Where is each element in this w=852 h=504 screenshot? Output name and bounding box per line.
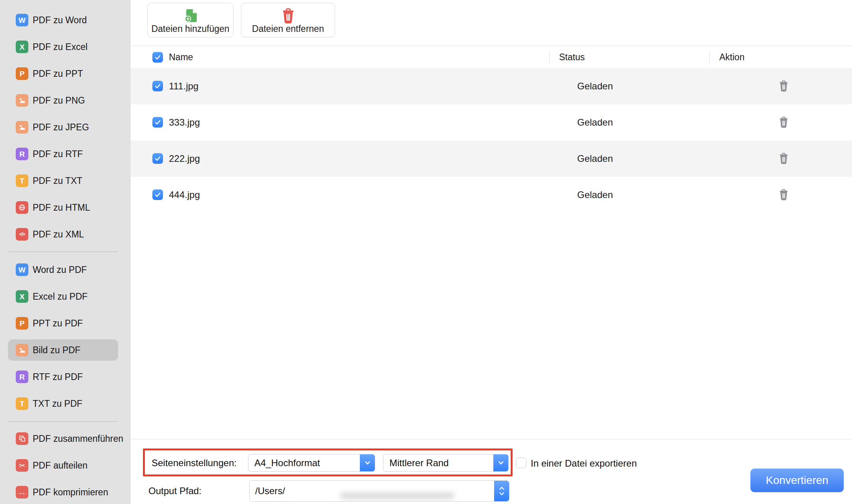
row-checkbox[interactable]: [152, 117, 163, 128]
sidebar-item-label: TXT zu PDF: [33, 398, 82, 409]
trash-icon: [778, 80, 789, 93]
export-single-file-checkbox[interactable]: [516, 458, 526, 468]
rtf-icon: R: [16, 148, 28, 160]
xml-code-icon: </>: [16, 228, 28, 241]
ppt-icon: P: [16, 67, 28, 80]
delete-row-button[interactable]: [776, 151, 791, 167]
bottom-separator: [131, 439, 852, 439]
row-checkbox[interactable]: [152, 153, 163, 164]
sidebar-item-pdf-zu-rtf[interactable]: RPDF zu RTF: [8, 143, 118, 165]
sidebar-item-excel-zu-pdf[interactable]: XExcel zu PDF: [8, 286, 118, 307]
table-row: 444.jpgGeladen: [131, 177, 852, 213]
txt-icon: T: [16, 174, 28, 187]
row-checkbox[interactable]: [152, 189, 163, 200]
column-header-name[interactable]: Name: [169, 46, 193, 69]
sidebar-item-pdf-zu-word[interactable]: WPDF zu Word: [8, 9, 118, 31]
delete-row-button[interactable]: [776, 187, 791, 203]
delete-row-button[interactable]: [776, 115, 791, 130]
ppt-icon: P: [16, 317, 28, 330]
column-header-status[interactable]: Status: [559, 46, 585, 69]
page-settings-label: Seiteneinstellungen:: [152, 458, 237, 469]
file-status: Geladen: [577, 104, 613, 141]
file-status: Geladen: [577, 177, 613, 213]
scissors-icon: ✂: [16, 459, 28, 472]
sidebar-item-label: Word zu PDF: [33, 265, 87, 275]
sidebar-item-pdf-zu-ppt[interactable]: PPDF zu PPT: [8, 63, 118, 84]
add-files-button[interactable]: Dateien hinzufügen: [147, 3, 233, 37]
sidebar-item-label: PDF zu RTF: [33, 149, 83, 159]
trash-icon: [778, 152, 789, 165]
sidebar-item-pdf-zu-html[interactable]: PDF zu HTML: [8, 197, 118, 218]
row-checkbox[interactable]: [152, 81, 163, 91]
merge-icon: [16, 432, 28, 445]
output-path-value: /Users/: [255, 485, 285, 497]
page-margin-dropdown[interactable]: Mittlerer Rand: [383, 454, 509, 472]
word-icon: W: [16, 14, 28, 26]
sidebar-item-pdf-zu-xml[interactable]: </>PDF zu XML: [8, 224, 118, 245]
file-status: Geladen: [577, 68, 613, 104]
sidebar-divider: [8, 421, 118, 422]
stepper-icon[interactable]: [494, 481, 509, 501]
file-name: 222.jpg: [169, 141, 200, 177]
sidebar-item-label: PDF zu Excel: [33, 42, 87, 52]
export-single-file-label: In einer Datei exportieren: [531, 458, 637, 469]
convert-button[interactable]: Konvertieren: [750, 469, 844, 492]
app-window: WPDF zu WordXPDF zu ExcelPPDF zu PPTPDF …: [0, 0, 852, 504]
sidebar-item-pdf-aufteilen[interactable]: ✂PDF aufteilen: [8, 455, 118, 476]
sidebar-item-rtf-zu-pdf[interactable]: RRTF zu PDF: [8, 366, 118, 387]
file-name: 333.jpg: [169, 104, 200, 141]
sidebar-item-label: PDF zu PNG: [33, 95, 85, 106]
delete-row-button[interactable]: [776, 78, 791, 94]
excel-icon: X: [16, 290, 28, 303]
table-row: 111.jpgGeladen: [131, 68, 852, 104]
sidebar-item-pdf-zu-excel[interactable]: XPDF zu Excel: [8, 36, 118, 57]
sidebar-item-word-zu-pdf[interactable]: WWord zu PDF: [8, 259, 118, 280]
sidebar: WPDF zu WordXPDF zu ExcelPPDF zu PPTPDF …: [0, 0, 131, 504]
sidebar-item-label: Bild zu PDF: [33, 345, 80, 356]
sidebar-item-label: PDF aufteilen: [33, 460, 87, 471]
remove-files-label: Dateien entfernen: [252, 24, 324, 34]
table-row: 222.jpgGeladen: [131, 141, 852, 177]
excel-icon: X: [16, 41, 28, 53]
page-format-value: A4_Hochformat: [254, 458, 320, 469]
select-all-checkbox[interactable]: [152, 52, 163, 63]
main-content: Dateien hinzufügen Dateien entfernen Nam…: [131, 0, 852, 504]
sidebar-item-label: PDF zu TXT: [33, 176, 82, 186]
sidebar-item-pdf-komprimieren[interactable]: →←PDF komprimieren: [8, 482, 118, 503]
add-file-icon: [182, 7, 199, 24]
sidebar-item-pdf-zu-jpeg[interactable]: PDF zu JPEG: [8, 117, 118, 138]
file-name: 111.jpg: [169, 68, 198, 104]
sidebar-item-label: PPT zu PDF: [33, 318, 83, 329]
output-path-field[interactable]: /Users/: [249, 480, 509, 502]
sidebar-item-pdf-zusammenf-hren[interactable]: PDF zusammenführen: [8, 428, 118, 449]
sidebar-item-ppt-zu-pdf[interactable]: PPPT zu PDF: [8, 313, 118, 334]
sidebar-item-pdf-zu-png[interactable]: PDF zu PNG: [8, 90, 118, 111]
remove-files-button[interactable]: Dateien entfernen: [241, 3, 335, 37]
html-globe-icon: [16, 201, 28, 214]
rtf-icon: R: [16, 371, 28, 383]
file-status: Geladen: [577, 141, 613, 177]
sidebar-item-txt-zu-pdf[interactable]: TTXT zu PDF: [8, 393, 118, 414]
page-format-dropdown[interactable]: A4_Hochformat: [248, 454, 375, 472]
chevron-down-icon: [360, 454, 375, 472]
trash-icon: [778, 188, 789, 202]
output-path-label: Output Pfad:: [148, 485, 202, 497]
sidebar-item-bild-zu-pdf[interactable]: Bild zu PDF: [8, 339, 118, 361]
page-margin-value: Mittlerer Rand: [389, 458, 449, 469]
image-icon: [16, 344, 28, 356]
word-icon: W: [16, 263, 28, 276]
sidebar-item-label: Excel zu PDF: [33, 291, 87, 302]
trash-icon: [280, 7, 296, 24]
sidebar-divider: [8, 252, 118, 252]
sidebar-item-label: PDF zu Word: [33, 15, 87, 26]
column-header-aktion[interactable]: Aktion: [719, 46, 745, 69]
image-icon: [16, 121, 28, 133]
sidebar-item-pdf-zu-txt[interactable]: TPDF zu TXT: [8, 170, 118, 191]
add-files-label: Dateien hinzufügen: [151, 24, 229, 34]
sidebar-item-label: RTF zu PDF: [33, 372, 83, 382]
compress-icon: →←: [16, 486, 28, 498]
sidebar-item-label: PDF zusammenführen: [33, 434, 123, 444]
sidebar-item-label: PDF zu HTML: [33, 202, 90, 213]
trash-icon: [778, 116, 789, 129]
column-divider: [709, 51, 710, 63]
